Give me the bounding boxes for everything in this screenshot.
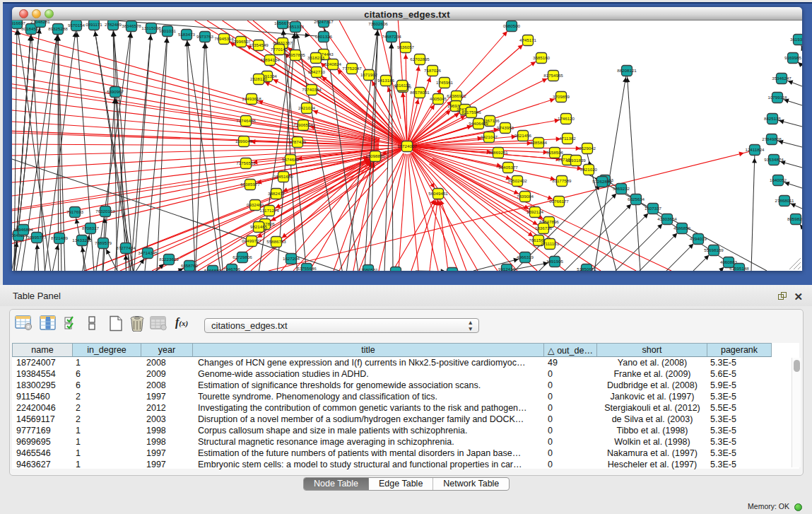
svg-text:0980500: 0980500	[503, 23, 521, 28]
svg-text:10799118: 10799118	[767, 95, 787, 100]
svg-text:6658760: 6658760	[181, 263, 199, 268]
svg-text:0651333: 0651333	[287, 24, 305, 29]
svg-text:62729806: 62729806	[233, 255, 252, 259]
svg-text:1746120: 1746120	[558, 116, 575, 121]
svg-text:73602606: 73602606	[368, 21, 388, 26]
svg-text:27354549: 27354549	[249, 42, 269, 47]
svg-text:6916697: 6916697	[8, 21, 26, 25]
svg-text:34957885: 34957885	[286, 52, 305, 57]
svg-text:34714345: 34714345	[138, 250, 158, 255]
svg-text:1607337: 1607337	[645, 206, 662, 211]
svg-text:8059826: 8059826	[787, 216, 805, 221]
svg-text:53755646: 53755646	[297, 266, 317, 271]
svg-text:4005045: 4005045	[430, 96, 447, 101]
svg-text:2787429: 2787429	[289, 139, 307, 144]
svg-text:4745171: 4745171	[519, 37, 537, 42]
svg-text:81177589: 81177589	[552, 178, 572, 183]
svg-text:9821465: 9821465	[250, 224, 268, 229]
svg-text:8721489: 8721489	[51, 235, 69, 240]
svg-text:35346247: 35346247	[772, 76, 792, 81]
svg-text:71746488: 71746488	[236, 118, 256, 123]
svg-text:39502402: 39502402	[507, 178, 527, 183]
svg-text:9973763: 9973763	[196, 34, 214, 39]
svg-text:5183473: 5183473	[178, 32, 196, 37]
svg-text:4294019: 4294019	[690, 236, 707, 241]
svg-text:7917693: 7917693	[66, 209, 84, 214]
svg-text:0932480: 0932480	[247, 202, 264, 207]
svg-text:60385977: 60385977	[240, 182, 260, 187]
svg-text:77752047: 77752047	[342, 66, 362, 71]
svg-text:27111161: 27111161	[541, 241, 560, 246]
svg-text:88208121: 88208121	[617, 68, 637, 73]
svg-text:5158506: 5158506	[546, 150, 564, 155]
svg-text:8425135: 8425135	[764, 116, 782, 121]
svg-text:49894134: 49894134	[260, 57, 280, 62]
svg-text:62702895: 62702895	[410, 57, 430, 62]
svg-text:89325288: 89325288	[48, 26, 68, 31]
svg-text:2782489: 2782489	[105, 22, 122, 27]
svg-text:71756551: 71756551	[236, 160, 256, 165]
svg-text:9521456: 9521456	[514, 133, 532, 138]
svg-text:6690967: 6690967	[107, 89, 124, 94]
svg-text:4711382: 4711382	[559, 136, 576, 141]
svg-text:94406409: 94406409	[469, 121, 488, 126]
svg-text:3709859: 3709859	[553, 94, 570, 99]
svg-text:3619399: 3619399	[790, 37, 808, 42]
svg-text:7889579: 7889579	[95, 240, 112, 245]
svg-text:81754965: 81754965	[543, 73, 563, 78]
svg-text:5674680: 5674680	[282, 157, 300, 162]
svg-text:7187026: 7187026	[424, 68, 442, 73]
svg-text:93534874: 93534874	[764, 157, 784, 162]
svg-text:9570154: 9570154	[68, 23, 86, 28]
svg-text:28098851: 28098851	[365, 153, 385, 158]
svg-text:0842710: 0842710	[308, 69, 326, 74]
svg-text:87277434: 87277434	[116, 245, 136, 250]
svg-text:1491905: 1491905	[546, 259, 564, 264]
svg-text:7770143: 7770143	[271, 47, 288, 52]
svg-text:27048281: 27048281	[30, 19, 50, 24]
svg-text:71906594: 71906594	[293, 122, 313, 127]
svg-text:13493618: 13493618	[242, 96, 261, 101]
svg-text:29946804: 29946804	[13, 227, 33, 232]
svg-text:1399049: 1399049	[235, 139, 253, 144]
svg-text:9301031: 9301031	[159, 28, 177, 33]
svg-text:76320163: 76320163	[95, 209, 115, 214]
svg-text:75869261: 75869261	[488, 150, 508, 155]
svg-text:96405377: 96405377	[498, 165, 518, 170]
svg-text:7193745: 7193745	[444, 270, 461, 275]
svg-text:82175946: 82175946	[461, 110, 481, 115]
svg-text:37996507: 37996507	[231, 39, 251, 44]
svg-text:1640052: 1640052	[770, 177, 787, 182]
svg-text:5466889: 5466889	[204, 268, 222, 273]
svg-text:56049451: 56049451	[428, 191, 448, 196]
svg-text:6025634: 6025634	[628, 197, 645, 201]
svg-text:3482477: 3482477	[268, 191, 286, 196]
svg-text:0330923: 0330923	[387, 269, 405, 274]
svg-text:13433200: 13433200	[72, 238, 92, 243]
svg-text:9912419: 9912419	[498, 267, 516, 271]
svg-text:7839084: 7839084	[517, 194, 534, 199]
svg-text:5240824: 5240824	[324, 62, 342, 66]
svg-text:86578091: 86578091	[410, 90, 430, 95]
svg-text:81223623: 81223623	[159, 257, 179, 262]
svg-text:27868011: 27868011	[775, 198, 794, 203]
svg-text:4966319: 4966319	[517, 255, 534, 259]
svg-text:55698169: 55698169	[704, 247, 724, 252]
svg-text:12411824: 12411824	[745, 147, 765, 152]
svg-text:61595148: 61595148	[729, 266, 749, 271]
svg-text:17080531: 17080531	[358, 267, 378, 272]
svg-text:5869232: 5869232	[613, 186, 630, 191]
svg-text:8421020: 8421020	[580, 167, 598, 172]
svg-text:04499727: 04499727	[242, 238, 261, 243]
svg-text:7346706: 7346706	[223, 267, 241, 271]
svg-text:62386922: 62386922	[447, 93, 466, 98]
svg-text:0801326: 0801326	[315, 34, 333, 39]
svg-text:9743953: 9743953	[497, 125, 514, 130]
svg-text:38346578: 38346578	[122, 23, 141, 28]
svg-text:00766177: 00766177	[549, 199, 569, 204]
svg-text:4316117: 4316117	[394, 83, 411, 88]
svg-text:13171274: 13171274	[259, 208, 279, 213]
svg-text:57262849: 57262849	[592, 179, 612, 184]
svg-text:9421047: 9421047	[481, 134, 498, 139]
svg-text:9636057: 9636057	[397, 45, 415, 49]
